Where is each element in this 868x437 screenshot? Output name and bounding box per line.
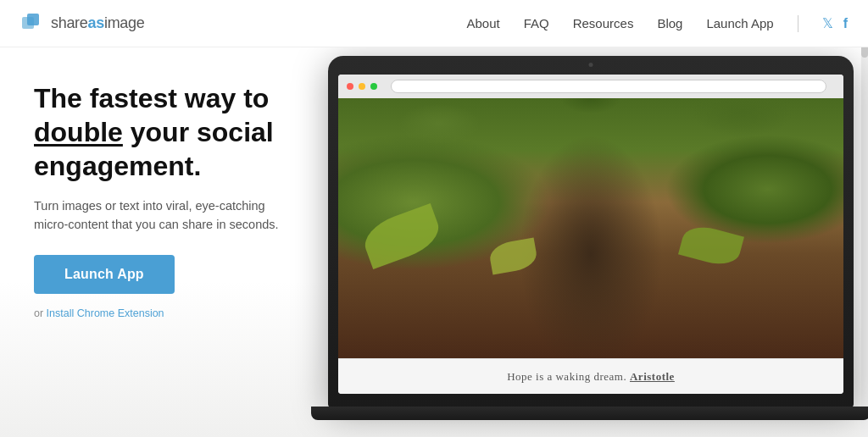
nav-blog[interactable]: Blog <box>657 16 682 30</box>
install-extension-link[interactable]: Install Chrome Extension <box>47 307 164 319</box>
browser-chrome <box>338 75 843 98</box>
caption-quote: Hope is a waking dream. <box>507 370 626 383</box>
caption-text: Hope is a waking dream. Aristotle <box>507 370 675 384</box>
laptop-screen: Hope is a waking dream. Aristotle <box>338 75 843 394</box>
screen-image-area <box>338 98 843 358</box>
screen-caption-bar: Hope is a waking dream. Aristotle <box>338 358 843 394</box>
browser-minimize-dot[interactable] <box>359 83 365 90</box>
hero-title-double: double <box>34 117 123 147</box>
logo[interactable]: shareasimage <box>20 12 144 36</box>
main-nav: About FAQ Resources Blog Launch App 𝕏 f <box>466 15 848 32</box>
hero-left: The fastest way to double your social en… <box>0 47 314 345</box>
hero-title-engagement: engagement. <box>34 151 201 181</box>
nav-resources[interactable]: Resources <box>573 16 634 30</box>
logo-text: shareasimage <box>51 14 144 32</box>
hero-title-social: your social <box>123 117 274 147</box>
facebook-icon[interactable]: f <box>843 16 848 31</box>
browser-expand-dot[interactable] <box>370 83 377 90</box>
svg-rect-1 <box>27 14 39 25</box>
social-icons: 𝕏 f <box>822 15 848 31</box>
browser-url-bar[interactable] <box>391 80 826 93</box>
caption-author: Aristotle <box>630 370 675 383</box>
nav-about[interactable]: About <box>466 16 499 30</box>
header: shareasimage About FAQ Resources Blog La… <box>0 0 868 47</box>
browser-close-dot[interactable] <box>347 83 353 90</box>
laptop-mockup: Hope is a waking dream. Aristotle <box>328 56 854 420</box>
install-line: or Install Chrome Extension <box>34 307 288 319</box>
twitter-icon[interactable]: 𝕏 <box>822 15 833 31</box>
hero-title-line1: The fastest way to <box>34 83 269 113</box>
hero-right: Hope is a waking dream. Aristotle <box>314 47 868 420</box>
hero-subtitle: Turn images or text into viral, eye-catc… <box>34 196 288 235</box>
install-prefix: or <box>34 307 43 319</box>
laptop-base <box>311 407 868 420</box>
main-content: The fastest way to double your social en… <box>0 47 868 437</box>
laptop-shell: Hope is a waking dream. Aristotle <box>328 56 854 407</box>
launch-app-button[interactable]: Launch App <box>34 255 175 294</box>
nav-launch-app[interactable]: Launch App <box>706 16 773 30</box>
laptop-camera <box>589 63 593 67</box>
nav-divider <box>798 15 798 32</box>
logo-icon <box>20 12 44 36</box>
hero-title: The fastest way to double your social en… <box>34 81 288 183</box>
nav-faq[interactable]: FAQ <box>524 16 549 30</box>
